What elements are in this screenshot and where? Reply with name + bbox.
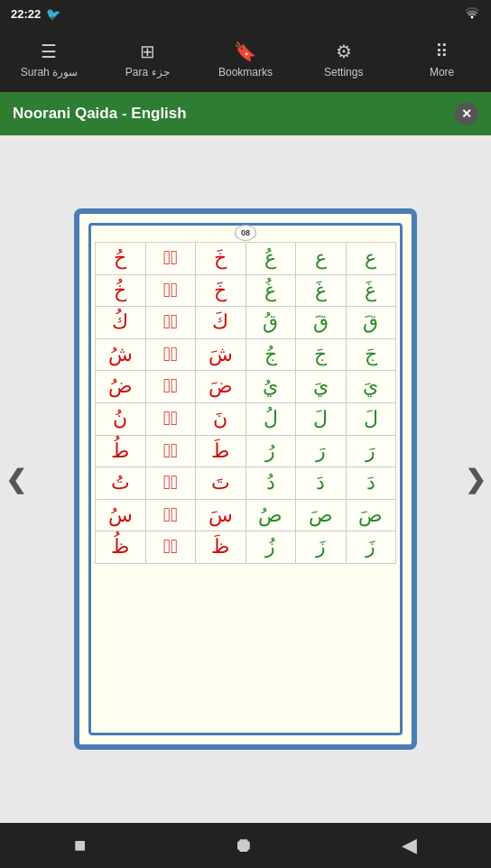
table-row: خٖ [145, 274, 196, 307]
table-row: طُ [96, 435, 146, 467]
table-row: تَ [196, 467, 246, 500]
table-row: شٖ [145, 338, 196, 371]
stop-button[interactable]: ■ [74, 834, 86, 857]
table-row: ضُ [96, 371, 146, 403]
table-row: نُ [96, 402, 146, 435]
back-button[interactable]: ◀ [402, 834, 417, 857]
table-row: دُ [246, 467, 296, 500]
table-row: ع [346, 243, 396, 275]
table-row: صَ [346, 499, 396, 531]
book-border: 08 عععُخَحٖحُغَغَغُخَخٖخُقَقَقُكَكٖكُجَج… [88, 223, 403, 735]
main-content: ❮ 08 عععُخَحٖحُغَغَغُخَخٖخُقَقَقُكَكٖكُج… [0, 135, 491, 823]
prev-page-button[interactable]: ❮ [5, 465, 26, 494]
table-row: كٖ [145, 307, 196, 339]
bottom-bar: ■ ⏺ ◀ [0, 823, 491, 868]
surah-icon: ☰ [41, 41, 57, 62]
table-row: جَ [346, 338, 396, 371]
table-row: خَ [196, 274, 246, 307]
page-number: 08 [235, 225, 256, 241]
table-row: سُ [96, 499, 146, 531]
table-row: ع [296, 243, 347, 275]
para-icon: ⊞ [140, 41, 155, 62]
table-row: كَ [196, 307, 246, 339]
nav-bookmarks-label: Bookmarks [218, 66, 273, 78]
nav-more-label: More [430, 66, 454, 78]
table-row: رُ [246, 435, 296, 467]
table-row: رَ [346, 435, 396, 467]
table-row: جُ [246, 338, 296, 371]
nav-settings[interactable]: ⚙ Settings [308, 41, 380, 78]
table-row: شُ [96, 338, 146, 371]
table-row: زَ [296, 531, 347, 564]
table-row: حُ [96, 243, 146, 275]
wifi-icon [464, 6, 480, 22]
table-row: لَ [346, 402, 396, 435]
bookmark-icon: 🔖 [234, 41, 256, 62]
status-bar: 22:22 🐦 [0, 0, 491, 27]
nav-surah-label: Surah سورة [21, 66, 78, 78]
table-row: لُ [246, 402, 296, 435]
table-row: يَ [296, 371, 347, 403]
table-row: لَ [296, 402, 347, 435]
table-row: طَ [196, 435, 246, 467]
table-row: نَ [196, 402, 246, 435]
nav-para-label: Para جزء [125, 66, 170, 78]
table-row: يَ [346, 371, 396, 403]
letter-grid: عععُخَحٖحُغَغَغُخَخٖخُقَقَقُكَكٖكُجَجَجُ… [95, 242, 396, 564]
table-row: يُ [246, 371, 296, 403]
table-row: ضٖ [145, 371, 196, 403]
more-icon: ⠿ [435, 41, 449, 62]
table-row: قَ [346, 307, 396, 339]
nav-surah[interactable]: ☰ Surah سورة [13, 41, 85, 78]
table-row: غَ [296, 274, 347, 307]
settings-icon: ⚙ [336, 41, 352, 62]
page-title: Noorani Qaida - English [13, 105, 187, 123]
table-row: زُ [246, 531, 296, 564]
table-row: جَ [296, 338, 347, 371]
table-row: غُ [246, 274, 296, 307]
table-row: سٖ [145, 499, 196, 531]
table-row: خُ [96, 274, 146, 307]
table-row: زَ [346, 531, 396, 564]
table-row: كُ [96, 307, 146, 339]
table-row: صُ [246, 499, 296, 531]
nav-more[interactable]: ⠿ More [406, 41, 478, 78]
nav-settings-label: Settings [324, 66, 363, 78]
table-row: شَ [196, 338, 246, 371]
table-row: ظَ [196, 531, 246, 564]
table-row: حٖ [145, 243, 196, 275]
status-time: 22:22 [11, 7, 41, 21]
table-row: تٖ [145, 467, 196, 500]
title-bar: Noorani Qaida - English ✕ [0, 92, 491, 135]
close-button[interactable]: ✕ [455, 102, 478, 125]
home-button[interactable]: ⏺ [234, 834, 254, 857]
table-row: رَ [296, 435, 347, 467]
close-icon: ✕ [461, 106, 472, 121]
table-row: دَ [346, 467, 396, 500]
table-row: تُ [96, 467, 146, 500]
table-row: دَ [296, 467, 347, 500]
book-page: 08 عععُخَحٖحُغَغَغُخَخٖخُقَقَقُكَكٖكُجَج… [74, 208, 417, 750]
table-row: صَ [296, 499, 347, 531]
table-row: ظٖ [145, 531, 196, 564]
nav-bar: ☰ Surah سورة ⊞ Para جزء 🔖 Bookmarks ⚙ Se… [0, 27, 491, 92]
nav-bookmarks[interactable]: 🔖 Bookmarks [209, 41, 282, 78]
table-row: سَ [196, 499, 246, 531]
table-row: عُ [246, 243, 296, 275]
table-row: نٖ [145, 402, 196, 435]
table-row: طٖ [145, 435, 196, 467]
status-emoji: 🐦 [46, 7, 60, 21]
table-row: قَ [296, 307, 347, 339]
table-row: قُ [246, 307, 296, 339]
table-row: خَ [196, 243, 246, 275]
table-row: ظُ [96, 531, 146, 564]
table-row: غَ [346, 274, 396, 307]
table-row: ضَ [196, 371, 246, 403]
next-page-button[interactable]: ❯ [465, 465, 486, 494]
nav-para[interactable]: ⊞ Para جزء [111, 41, 183, 78]
status-icons [464, 6, 480, 22]
